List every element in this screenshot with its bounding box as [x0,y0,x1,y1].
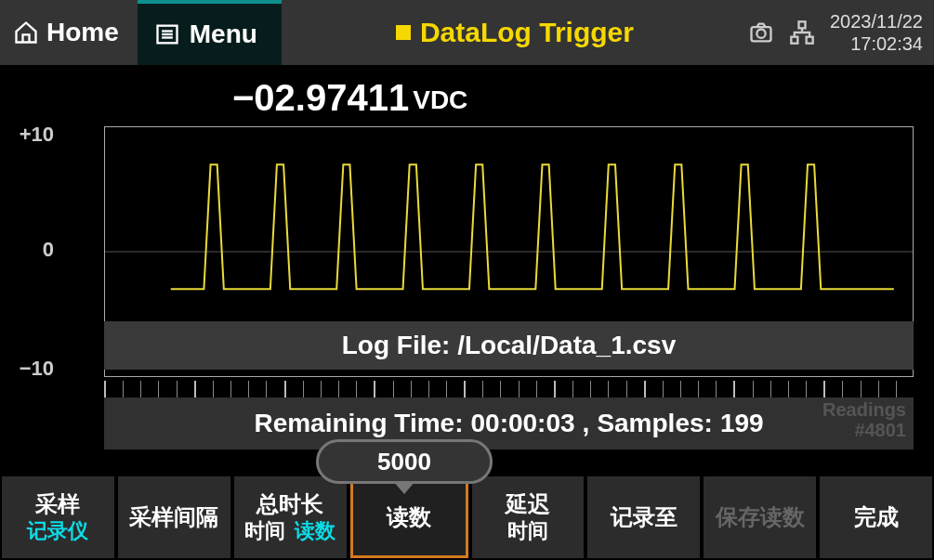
menu-button[interactable]: Menu [138,0,282,65]
reading-unit: VDC [411,85,467,119]
svg-rect-6 [798,21,805,28]
home-button[interactable]: Home [0,0,138,65]
bubble-value: 5000 [377,448,431,476]
softkey-采样间隔[interactable]: 采样间隔 [118,476,230,558]
softkey-延迟[interactable]: 延迟时间 [472,476,585,558]
top-bar: Home Menu DataLog Trigger 2023/11/22 17:… [0,0,934,65]
softkey-line1: 总时长 [257,490,323,518]
log-file-overlay: Log File: /Local/Data_1.csv [104,321,914,370]
readings-count: #4801 [822,420,906,440]
softkey-row: 采样记录仪采样间隔总时长时间读数读数延迟时间记录至保存读数完成 [0,476,934,560]
svg-point-5 [756,30,765,38]
x-ticks [104,381,914,397]
bubble-pointer-icon [393,481,415,494]
remaining-value: 00:00:03 [471,409,575,438]
softkey-line2: 时间 [507,518,548,544]
readings-counter: Readings #4801 [822,399,906,440]
softkey-line1: 保存读数 [716,503,805,531]
softkey-采样[interactable]: 采样记录仪 [2,476,114,558]
softkey-line1: 延迟 [506,490,550,518]
softkey-line1: 采样 [35,490,80,518]
chart-area: +10 0 −10 Log File: /Local/Data_1.csv Re… [0,119,934,476]
ytick-top: +10 [0,123,54,147]
samples-value: 199 [720,409,764,438]
softkey-line2: 时间读数 [244,518,335,544]
softkey-line2: 记录仪 [27,518,88,544]
softkey-记录至[interactable]: 记录至 [587,476,700,558]
softkey-line1: 记录至 [611,503,677,531]
menu-label: Menu [190,20,257,49]
ytick-bot: −10 [0,357,54,381]
softkey-完成[interactable]: 完成 [820,476,932,558]
network-icon[interactable] [789,20,815,46]
softkey-line1: 读数 [387,503,431,531]
remaining-label: Remaining Time: [254,409,463,438]
page-title: DataLog Trigger [282,17,748,48]
softkey-保存读数: 保存读数 [704,476,816,558]
softkey-line1: 采样间隔 [129,503,218,531]
ytick-mid: 0 [0,238,54,262]
remaining-bar: Remaining Time: 00:00:03, Samples: 199 [104,397,914,449]
home-label: Home [46,18,119,47]
date-text: 2023/11/22 [830,10,923,33]
softkey-line1: 完成 [854,503,899,531]
log-file-label: Log File: [342,331,451,360]
readings-label: Readings [822,399,906,420]
time-text: 17:02:34 [830,33,923,55]
softkey-总时长[interactable]: 总时长时间读数 [234,476,347,558]
menu-icon [154,21,180,47]
value-bubble[interactable]: 5000 [316,439,493,484]
camera-icon[interactable] [748,20,774,46]
datetime: 2023/11/22 17:02:34 [830,10,923,55]
title-text: DataLog Trigger [420,17,634,48]
reading-display: −02.97411 VDC [0,65,934,119]
title-marker-icon [396,25,411,40]
log-file-path: /Local/Data_1.csv [457,331,676,360]
svg-rect-8 [807,37,813,44]
samples-label: Samples: [597,409,713,438]
top-right-area: 2023/11/22 17:02:34 [748,10,934,55]
home-icon [13,20,39,46]
svg-rect-7 [791,37,797,44]
reading-value: −02.97411 [232,77,409,119]
